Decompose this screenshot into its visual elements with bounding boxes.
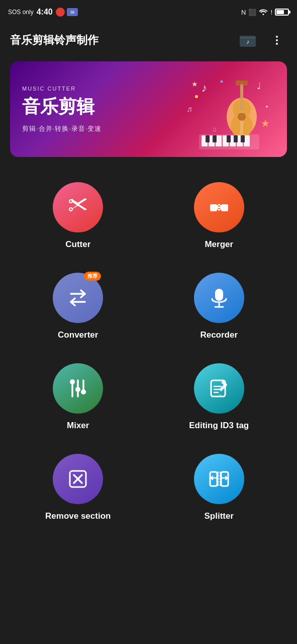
converter-item[interactable]: 推荐 Converter xyxy=(10,263,146,348)
splitter-item[interactable]: Splitter xyxy=(151,444,287,529)
svg-text:♪: ♪ xyxy=(246,38,249,45)
svg-text:♩: ♩ xyxy=(257,81,261,91)
svg-point-4 xyxy=(276,43,278,45)
banner-description: 剪辑·合并·转换·录音·变速 xyxy=(22,124,102,133)
merger-label: Merger xyxy=(205,239,233,250)
banner-title: 音乐剪辑 xyxy=(22,95,102,119)
status-left: SOS only 4:40 ✉ xyxy=(8,8,78,17)
mixer-icon xyxy=(66,376,90,400)
mail-icon: ✉ xyxy=(67,8,78,16)
banner-subtitle: MUSIC CUTTER xyxy=(22,86,102,92)
mixer-item[interactable]: Mixer xyxy=(10,353,146,439)
remove-section-label: Remove section xyxy=(45,511,111,521)
converter-badge: 推荐 xyxy=(84,272,101,281)
edit-tag-icon xyxy=(207,376,231,400)
notification-dot xyxy=(56,8,65,17)
svg-text:★: ★ xyxy=(191,80,198,88)
svg-point-32 xyxy=(266,106,268,108)
svg-point-3 xyxy=(276,39,278,41)
svg-point-13 xyxy=(238,113,246,121)
svg-rect-28 xyxy=(227,135,231,142)
merger-icon-circle xyxy=(194,182,244,232)
svg-rect-37 xyxy=(221,204,228,211)
merger-icon xyxy=(207,195,231,219)
splitter-icon xyxy=(207,467,231,491)
splitter-label: Splitter xyxy=(204,511,234,521)
status-time: 4:40 xyxy=(37,8,53,17)
banner: MUSIC CUTTER 音乐剪辑 剪辑·合并·转换·录音·变速 ♪ ♬ ♩ ♫ xyxy=(10,61,287,157)
instruments-svg: ♪ ♬ ♩ ♫ ★ ★ xyxy=(171,66,282,152)
svg-text:♫: ♫ xyxy=(212,125,217,133)
app-header: 音乐剪辑铃声制作 ♪ xyxy=(0,24,297,56)
status-bar: SOS only 4:40 ✉ N ⬛ ! xyxy=(0,0,297,24)
splitter-icon-circle xyxy=(194,454,244,504)
music-folder-button[interactable]: ♪ xyxy=(238,30,258,50)
microphone-icon xyxy=(207,286,231,310)
recorder-icon-circle xyxy=(194,273,244,323)
svg-text:♬: ♬ xyxy=(186,105,192,113)
svg-point-44 xyxy=(70,379,75,384)
app-title: 音乐剪辑铃声制作 xyxy=(10,33,98,48)
converter-label: Converter xyxy=(58,330,98,340)
svg-rect-52 xyxy=(221,472,228,486)
svg-point-33 xyxy=(221,80,223,83)
features-grid: Cutter Merger 推荐 Converter xyxy=(0,167,297,539)
cutter-label: Cutter xyxy=(65,239,90,250)
recorder-label: Recorder xyxy=(200,330,238,340)
banner-content: MUSIC CUTTER 音乐剪辑 剪辑·合并·转换·录音·变速 xyxy=(10,75,114,143)
signal-icon: ⬛ xyxy=(248,9,256,16)
remove-section-icon xyxy=(66,467,90,491)
converter-icon-circle: 推荐 xyxy=(53,273,103,323)
scissors-icon xyxy=(66,195,90,219)
svg-rect-51 xyxy=(210,472,217,486)
svg-rect-27 xyxy=(213,135,217,142)
sos-label: SOS only xyxy=(8,9,34,16)
more-options-button[interactable] xyxy=(267,30,287,50)
banner-visual: ♪ ♬ ♩ ♫ ★ ★ xyxy=(166,61,287,157)
recorder-item[interactable]: Recorder xyxy=(151,263,287,348)
editing-id3-label: Editing ID3 tag xyxy=(189,421,249,431)
battery-icon xyxy=(275,9,289,16)
svg-point-31 xyxy=(195,95,198,98)
bottom-hint xyxy=(0,539,297,559)
nfc-icon: N xyxy=(241,9,246,16)
battery-warning-icon: ! xyxy=(270,9,272,16)
wifi-icon xyxy=(259,8,268,17)
mixer-label: Mixer xyxy=(67,421,89,431)
svg-text:♪: ♪ xyxy=(202,82,207,94)
svg-rect-30 xyxy=(241,135,245,142)
header-actions: ♪ xyxy=(238,30,287,50)
editing-id3-item[interactable]: Editing ID3 tag xyxy=(151,353,287,439)
svg-rect-38 xyxy=(215,289,223,301)
svg-point-46 xyxy=(81,389,86,394)
svg-point-45 xyxy=(75,387,80,392)
status-app-icons: ✉ xyxy=(56,8,78,17)
converter-icon xyxy=(66,286,90,310)
svg-point-2 xyxy=(276,36,278,38)
remove-section-icon-circle xyxy=(53,454,103,504)
svg-rect-29 xyxy=(234,135,238,142)
cutter-item[interactable]: Cutter xyxy=(10,172,146,258)
editing-id3-icon-circle xyxy=(194,363,244,414)
svg-text:★: ★ xyxy=(261,118,270,129)
cutter-icon-circle xyxy=(53,182,103,232)
merger-item[interactable]: Merger xyxy=(151,172,287,258)
svg-rect-36 xyxy=(210,204,217,211)
status-right: N ⬛ ! xyxy=(241,8,289,17)
svg-rect-26 xyxy=(206,135,210,142)
mixer-icon-circle xyxy=(53,363,103,414)
remove-section-item[interactable]: Remove section xyxy=(10,444,146,529)
